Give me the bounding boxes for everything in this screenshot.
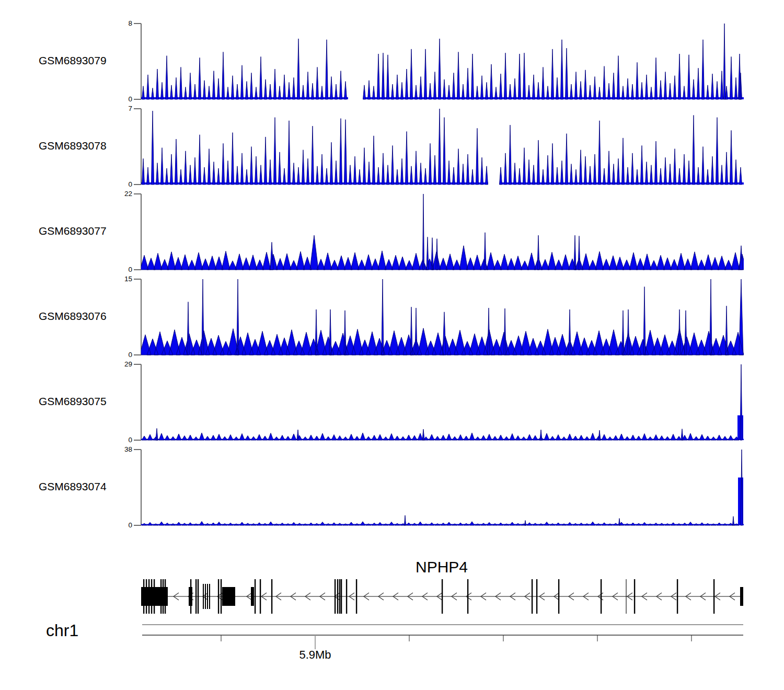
- y-axis-max-label: 29: [102, 360, 132, 368]
- track-label-GSM6893074: GSM6893074: [39, 480, 107, 493]
- exon-line: [677, 579, 678, 614]
- genome-axis-tick-label: 5.9Mb: [284, 648, 347, 662]
- y-axis-top-tick: [134, 193, 141, 194]
- y-axis-zero-label: 0: [102, 95, 132, 103]
- exon-line: [260, 579, 261, 614]
- exon-line: [536, 579, 537, 614]
- y-axis-zero-label: 0: [102, 521, 132, 529]
- gene-model-and-axis: [0, 551, 784, 682]
- coverage-plot-GSM6893075: [141, 364, 744, 441]
- y-axis-bottom-tick: [134, 525, 141, 526]
- y-axis-zero-label: 0: [102, 266, 132, 273]
- y-axis-top-tick: [134, 279, 141, 280]
- y-axis-top-tick: [134, 449, 141, 450]
- y-axis-max-label: 22: [102, 190, 132, 198]
- exon-line: [442, 579, 443, 614]
- exon-line: [255, 579, 256, 614]
- exon-line: [346, 579, 347, 614]
- y-axis-bottom-tick: [134, 99, 141, 100]
- exon-line: [160, 579, 162, 614]
- coverage-spikes: [141, 279, 744, 355]
- y-axis-max-label: 38: [102, 445, 132, 453]
- y-axis-bottom-tick: [134, 269, 141, 270]
- coverage-spikes: [142, 24, 742, 99]
- y-axis-top-tick: [134, 23, 141, 24]
- exon-line: [190, 579, 191, 614]
- exon-line: [337, 579, 338, 614]
- coverage-baseline: [141, 477, 744, 525]
- y-axis-bottom-tick: [134, 440, 141, 441]
- coverage-plot-GSM6893074: [141, 450, 744, 526]
- y-axis-zero-label: 0: [102, 351, 132, 359]
- y-axis-zero-label: 0: [102, 180, 132, 188]
- exon-box: [222, 587, 235, 606]
- coverage-plot-GSM6893077: [141, 194, 744, 271]
- y-axis-top-tick: [134, 108, 141, 109]
- exon-line-medium: [209, 584, 210, 609]
- exon-line: [335, 579, 336, 614]
- exon-line: [634, 579, 635, 614]
- exon-line: [148, 579, 149, 614]
- coverage-spikes: [142, 109, 742, 185]
- coverage-spikes: [141, 194, 744, 270]
- exon-line: [341, 579, 342, 614]
- coverage-plot-GSM6893079: [141, 24, 744, 100]
- exon-box: [740, 587, 743, 606]
- exon-line-medium: [207, 584, 208, 609]
- track-label-GSM6893076: GSM6893076: [39, 310, 107, 323]
- y-axis-max-label: 15: [102, 275, 132, 283]
- track-label-GSM6893075: GSM6893075: [39, 395, 107, 408]
- exon-line: [163, 579, 164, 614]
- coverage-spikes: [142, 450, 743, 525]
- exon-line-medium: [203, 584, 204, 609]
- y-axis-bottom-tick: [134, 184, 141, 185]
- exon-line: [165, 579, 166, 614]
- exon-line: [218, 579, 219, 614]
- exon-line: [154, 579, 155, 614]
- exon-line: [356, 579, 357, 614]
- y-axis-max-label: 8: [102, 19, 132, 27]
- y-axis-max-label: 7: [102, 105, 132, 112]
- exon-line: [221, 579, 222, 614]
- track-label-GSM6893078: GSM6893078: [39, 140, 107, 152]
- y-axis-top-tick: [134, 364, 141, 365]
- exon-line: [532, 579, 533, 614]
- exon-line: [467, 579, 468, 614]
- exon-line: [713, 579, 714, 614]
- genome-browser-figure: GSM689307980GSM689307870GSM6893077220GSM…: [0, 0, 784, 690]
- track-label-GSM6893079: GSM6893079: [39, 54, 107, 67]
- exon-line: [151, 579, 152, 614]
- exon-box: [251, 587, 254, 606]
- exon-line: [146, 579, 147, 614]
- track-label-GSM6893077: GSM6893077: [39, 225, 107, 237]
- exon-line: [198, 579, 199, 614]
- y-axis-bottom-tick: [134, 354, 141, 355]
- exon-line: [601, 579, 602, 614]
- exon-line-medium: [205, 584, 206, 609]
- chromosome-label: chr1: [46, 621, 78, 640]
- coverage-spikes: [142, 364, 742, 440]
- exon-line: [195, 579, 197, 614]
- y-axis-zero-label: 0: [102, 436, 132, 444]
- exon-line: [339, 579, 340, 614]
- coverage-plot-GSM6893076: [141, 279, 744, 356]
- coverage-plot-GSM6893078: [141, 109, 744, 186]
- exon-line: [271, 579, 272, 614]
- exon-line: [143, 579, 144, 614]
- exon-line-thin: [626, 579, 627, 614]
- exon-line: [558, 579, 559, 614]
